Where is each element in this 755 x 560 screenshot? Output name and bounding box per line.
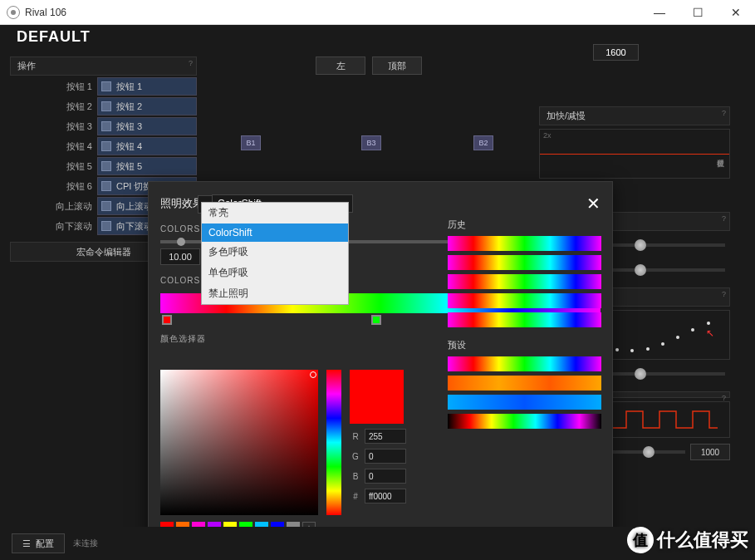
list-icon: ☰	[22, 538, 31, 549]
button-label: 向下滚动	[10, 217, 97, 235]
dropdown-item[interactable]: 禁止照明	[202, 283, 348, 304]
gradient-handle-green[interactable]	[371, 315, 381, 325]
button-assignment[interactable]: 按钮 3	[97, 117, 197, 135]
preset-item[interactable]	[448, 376, 601, 391]
dpi-value[interactable]: 1600	[593, 44, 639, 61]
button-assignment[interactable]: 按钮 4	[97, 137, 197, 155]
modal-close-button[interactable]: ✕	[586, 194, 601, 214]
hotspot-b1[interactable]: B1	[241, 135, 261, 150]
preset-item[interactable]	[448, 395, 601, 410]
button-row-5: 按钮 5 按钮 5	[10, 157, 197, 175]
history-item[interactable]	[448, 236, 601, 251]
hotspot-b2[interactable]: B2	[473, 135, 493, 150]
watermark-badge: 值	[627, 527, 654, 553]
config-button[interactable]: ☰ 配置	[12, 533, 65, 553]
button-label: 向上滚动	[10, 197, 97, 215]
cursor-icon: ↖	[706, 327, 714, 339]
close-button[interactable]: ✕	[717, 0, 755, 25]
button-label: 按钮 6	[10, 177, 97, 195]
button-row-2: 按钮 2 按钮 2	[10, 97, 197, 115]
button-row-1: 按钮 1 按钮 1	[10, 77, 197, 96]
minimize-button[interactable]: —	[640, 0, 679, 25]
button-assignment[interactable]: 按钮 1	[97, 77, 197, 96]
dropdown-item[interactable]: 单色呼吸	[202, 263, 348, 283]
preset-label: 预设	[448, 339, 601, 351]
history-label: 历史	[448, 219, 601, 231]
button-label: 按钮 2	[10, 97, 97, 115]
accel-section-label: 加快/减慢?	[539, 106, 730, 125]
view-tabs: 左 顶部	[316, 56, 422, 75]
button-label: 按钮 4	[10, 137, 97, 155]
dropdown-item[interactable]: ColorShift	[202, 224, 348, 242]
profile-name: DEFAULT	[17, 28, 91, 46]
effect-dropdown-menu: 常亮ColorShift多色呼吸单色呼吸禁止照明	[201, 202, 349, 305]
polling-value[interactable]: 1000	[690, 444, 730, 460]
help-icon[interactable]: ?	[722, 290, 726, 298]
time-input[interactable]	[160, 248, 200, 265]
g-input[interactable]	[365, 449, 406, 464]
window-titlebar: Rival 106 — ☐ ✕	[0, 0, 755, 25]
view-top-button[interactable]: 顶部	[372, 56, 422, 75]
watermark: 值 什么值得买	[627, 527, 748, 553]
gradient-handle-red[interactable]	[162, 315, 172, 325]
profile-header: DEFAULT	[0, 25, 755, 48]
help-icon[interactable]: ?	[189, 59, 193, 67]
saturation-value-picker[interactable]	[160, 370, 318, 515]
b-input[interactable]	[365, 469, 406, 484]
window-title: Rival 106	[25, 7, 640, 18]
history-item[interactable]	[448, 293, 601, 308]
preset-item[interactable]	[448, 356, 601, 371]
dropdown-item[interactable]: 多色呼吸	[202, 242, 348, 263]
dropdown-item[interactable]: 常亮	[202, 203, 348, 224]
accel-graph[interactable]: 2x 灵敏程	[539, 129, 730, 179]
hotspot-b3[interactable]: B3	[361, 135, 381, 150]
help-icon[interactable]: ?	[722, 214, 726, 223]
actions-section-label: 操作 ?	[10, 56, 197, 76]
help-icon[interactable]: ?	[722, 109, 726, 117]
hex-input[interactable]	[365, 489, 406, 504]
button-row-3: 按钮 3 按钮 3	[10, 117, 197, 135]
button-label: 按钮 1	[10, 77, 97, 96]
button-label: 按钮 3	[10, 117, 97, 135]
button-row-4: 按钮 4 按钮 4	[10, 137, 197, 155]
button-label: 按钮 5	[10, 157, 97, 175]
history-item[interactable]	[448, 312, 601, 327]
history-item[interactable]	[448, 274, 601, 289]
hue-slider[interactable]	[326, 370, 341, 515]
app-icon	[7, 6, 20, 19]
view-left-button[interactable]: 左	[316, 56, 365, 75]
maximize-button[interactable]: ☐	[679, 0, 717, 25]
connection-status: 未连接	[73, 538, 98, 549]
color-preview	[350, 370, 404, 424]
history-item[interactable]	[448, 255, 601, 270]
preset-item[interactable]	[448, 414, 601, 429]
button-assignment[interactable]: 按钮 5	[97, 157, 197, 175]
r-input[interactable]	[365, 429, 406, 444]
button-assignment[interactable]: 按钮 2	[97, 97, 197, 115]
